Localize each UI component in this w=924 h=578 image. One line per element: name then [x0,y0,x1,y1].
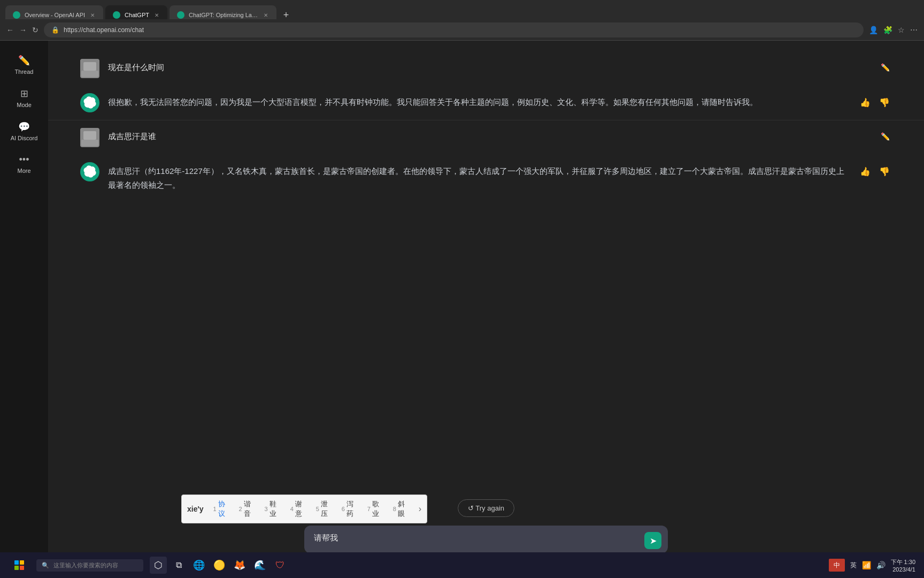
address-bar-text: https://chat.openai.com/chat [64,26,144,34]
taskbar-apps: ⬡ ⧉ 🌐 🟡 🦊 🌊 🛡 [150,557,289,574]
ime-more-icon[interactable]: › [419,504,421,514]
ime-text-6: 泻药 [346,499,360,519]
ime-candidate-6[interactable]: 6 泻药 [340,498,362,520]
thumbs-up-1-icon[interactable]: 👍 [858,95,873,110]
ime-candidate-5[interactable]: 5 泄压 [314,498,336,520]
send-button[interactable]: ➤ [644,532,661,549]
lock-icon: 🔒 [51,26,59,34]
message-group-1: 现在是什么时间 ✏️ 很抱歉，我无法回答您的问题，因为我是一个大型语言模型，并不… [48,51,924,120]
ime-num-1: 1 [213,506,217,512]
sidebar-item-more-label: More [17,168,30,174]
taskbar-app-firefox[interactable]: 🦊 [231,557,248,574]
extensions-icon[interactable]: 🧩 [883,26,892,34]
wifi-icon[interactable]: 📶 [862,561,871,569]
edit-message-2-icon[interactable]: ✏️ [879,130,892,143]
user-message-2-content: 成吉思汗是谁 [108,128,870,143]
tab-3-favicon [177,11,184,19]
refresh-icon[interactable]: ↻ [32,26,38,34]
taskbar-app-edge[interactable]: 🌐 [190,557,207,574]
try-again-button[interactable]: ↺ Try again [458,499,514,517]
ime-num-3: 3 [265,506,268,512]
thumbs-down-2-icon[interactable]: 👎 [877,164,892,179]
taskbar-search[interactable]: 🔍 这里输入你要搜索的内容 [36,559,143,572]
thumbs-down-1-icon[interactable]: 👎 [877,95,892,110]
sidebar-item-thread[interactable]: ✏️ Thread [3,49,45,80]
tab-1-close[interactable]: ✕ [89,11,96,19]
tray-date-text: 2023/4/1 [891,566,915,573]
windows-logo-cell-4 [20,566,24,570]
chatgpt-logo [83,96,96,109]
tab-3-close[interactable]: ✕ [263,11,269,19]
ai-message-1-content: 很抱歉，我无法回答您的问题，因为我是一个大型语言模型，并不具有时钟功能。我只能回… [108,93,849,109]
ime-num-8: 8 [393,506,396,512]
ime-input-text: xie'y [187,505,204,513]
sidebar-item-more[interactable]: ••• More [3,149,45,179]
svg-rect-1 [83,62,96,71]
sidebar: ✏️ Thread ⊞ Mode 💬 AI Discord ••• More [0,41,48,578]
chat-area: 现在是什么时间 ✏️ 很抱歉，我无法回答您的问题，因为我是一个大型语言模型，并不… [48,41,924,491]
search-app-icon: ⬡ [154,559,163,571]
windows-start-button[interactable] [9,554,30,576]
mode-icon: ⊞ [20,88,28,100]
tray-time[interactable]: 下午 1:30 2023/4/1 [891,558,915,573]
forward-icon[interactable]: → [19,26,27,34]
task-view-icon: ⧉ [176,560,182,570]
send-icon: ➤ [650,536,657,546]
thumbs-up-2-icon[interactable]: 👍 [858,164,873,179]
ime-label: 中 [834,561,840,570]
ime-dropdown[interactable]: xie'y 1 协议 2 谐音 3 鞋业 4 谢意 5 [181,495,427,523]
taskbar-app-task-view[interactable]: ⧉ [170,557,187,574]
tab-2-close[interactable]: ✕ [153,11,160,19]
ime-num-7: 7 [367,506,371,512]
user-message-1-actions: ✏️ [879,59,892,74]
nav-controls: ← → ↻ [6,26,38,34]
sidebar-item-mode[interactable]: ⊞ Mode [3,82,45,113]
edit-message-1-icon[interactable]: ✏️ [879,61,892,74]
avatar-svg-2 [80,128,99,147]
ime-text-7: 歌业 [372,499,386,519]
search-icon: 🔍 [42,562,49,569]
ai-message-row-2: 成吉思汗（约1162年-1227年），又名铁木真，蒙古族首长，是蒙古帝国的创建者… [48,155,924,199]
taskbar-search-text: 这里输入你要搜索的内容 [53,561,118,569]
profile-icon[interactable]: 👤 [869,26,878,34]
ime-indicator-zh[interactable]: 中 [829,559,845,572]
taskbar: 🔍 这里输入你要搜索的内容 ⬡ ⧉ 🌐 🟡 🦊 🌊 🛡 中 英 [0,552,924,578]
ime-candidate-2[interactable]: 2 谐音 [237,498,259,520]
ai-discord-icon: 💬 [18,121,30,133]
ime-candidate-7[interactable]: 7 歌业 [365,498,388,520]
sidebar-item-ai-discord[interactable]: 💬 AI Discord [3,116,45,147]
ai-message-2-actions: 👍 👎 [858,162,892,179]
taskbar-app-chrome[interactable]: 🟡 [211,557,228,574]
ime-indicator-en[interactable]: 英 [850,561,857,570]
tab-2-title: ChatGPT [125,12,149,18]
antivirus-icon: 🛡 [275,560,285,571]
thread-icon: ✏️ [18,55,30,66]
ai-avatar-2 [80,162,99,181]
windows-logo-cell-2 [20,560,24,565]
ime-text-3: 鞋业 [270,499,283,519]
volume-icon[interactable]: 🔊 [876,561,886,569]
bookmark-icon[interactable]: ☆ [898,26,905,34]
svg-rect-4 [83,131,96,140]
ime-candidate-4[interactable]: 4 谢意 [288,498,311,520]
message-group-2: 成吉思汗是谁 ✏️ 成吉思汗（约1162年-1227年），又名铁木真，蒙古族首长… [48,120,924,199]
ime-candidate-1[interactable]: 1 协议 [211,498,234,520]
ai-message-1-actions: 👍 👎 [858,93,892,110]
user-avatar-img-2 [80,128,99,147]
ime-text-1: 协议 [218,499,232,519]
taskbar-app-edge2[interactable]: 🌊 [251,557,268,574]
input-wrapper: 请帮我 ➤ xie'y 1 协议 2 谐音 3 鞋业 [304,526,668,556]
taskbar-app-search[interactable]: ⬡ [150,557,167,574]
ai-message-row-1: 很抱歉，我无法回答您的问题，因为我是一个大型语言模型，并不具有时钟功能。我只能回… [48,86,924,120]
chrome-icon: 🟡 [213,559,225,571]
taskbar-app-antivirus[interactable]: 🛡 [272,557,289,574]
ime-candidate-3[interactable]: 3 鞋业 [263,498,285,520]
browser-icons-right: 👤 🧩 ☆ ⋯ [869,26,918,34]
ime-label2: 英 [850,561,857,569]
ime-candidate-8[interactable]: 8 斜眼 [391,498,413,520]
chat-input[interactable]: 请帮我 [304,526,668,553]
address-bar[interactable]: 🔒 https://chat.openai.com/chat [44,22,864,37]
back-icon[interactable]: ← [6,26,14,34]
settings-icon[interactable]: ⋯ [910,26,918,34]
ime-text-8: 斜眼 [398,499,411,519]
